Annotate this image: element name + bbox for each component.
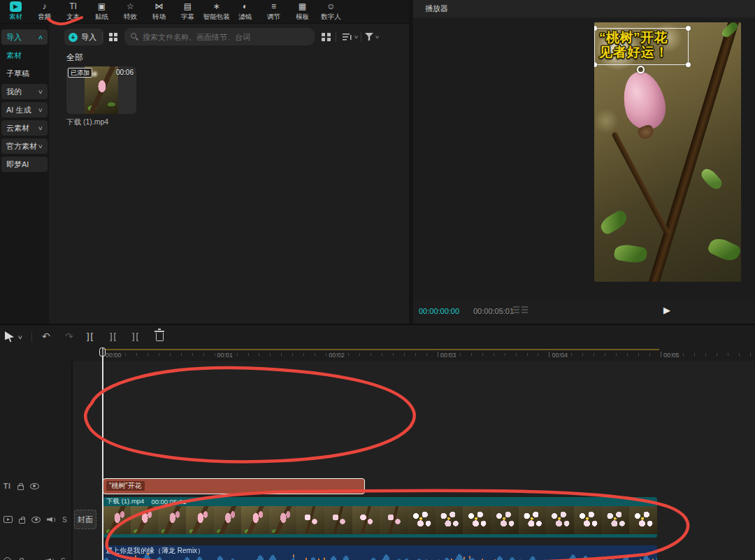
chevron-down-icon[interactable]: ∨: [375, 34, 380, 40]
digital-human-icon: ☺: [326, 1, 335, 12]
undo-button[interactable]: ↶: [42, 331, 50, 342]
timeline-ruler[interactable]: 00:0000:0100:0200:0300:0400:05: [0, 349, 755, 361]
cover-button[interactable]: 封面: [74, 510, 96, 529]
split-button[interactable]: ][: [87, 331, 94, 341]
filmstrip-frame: [436, 506, 463, 534]
rotate-handle[interactable]: [637, 66, 645, 73]
tab-audio[interactable]: ♪ 音频: [30, 1, 59, 23]
chevron-down-icon[interactable]: ∨: [17, 334, 24, 340]
ruler-tick: [605, 353, 605, 356]
ruler-tick: [404, 353, 405, 356]
plus-icon: +: [69, 33, 78, 42]
tab-templates[interactable]: ▦ 模板: [288, 1, 317, 23]
solo-toggle[interactable]: S: [62, 516, 67, 524]
ruler-tick: [471, 353, 472, 356]
video-preview[interactable]: “桃树”开花 见者好运！: [594, 22, 741, 282]
ruler-tick: [181, 353, 182, 356]
tab-transitions[interactable]: ⋈ 转场: [145, 1, 173, 23]
split-right-button[interactable]: ][: [132, 331, 140, 341]
chevron-down-icon: ∨: [38, 89, 43, 95]
sidebar-item-material[interactable]: 素材: [1, 48, 48, 63]
chevron-down-icon: ∨: [38, 125, 43, 131]
sidebar-item-import[interactable]: 导入 ∧: [1, 29, 48, 45]
speaker-icon[interactable]: [47, 516, 56, 524]
import-button[interactable]: + 导入: [64, 29, 103, 45]
playhead-line[interactable]: [102, 347, 103, 560]
tab-filters[interactable]: ◐ 滤镜: [231, 1, 259, 23]
search-input[interactable]: [124, 28, 315, 45]
qr-scan-icon[interactable]: [109, 33, 117, 41]
eye-icon[interactable]: [31, 517, 41, 523]
timeline-tracks: TI S S 封面 “桃树”开花: [0, 361, 755, 560]
filmstrip-frame: [131, 506, 159, 534]
sidebar-item-official[interactable]: 官方素材 ∨: [1, 138, 48, 154]
video-clip-footer: [103, 534, 657, 538]
media-icon: ▶: [10, 1, 22, 12]
divider: [336, 32, 336, 42]
overlay-text-line2[interactable]: 见者好运！: [599, 43, 669, 62]
resize-handle[interactable]: [686, 62, 691, 67]
tab-smart-pack[interactable]: ∗ 智能包装: [202, 1, 231, 23]
media-sidebar: 导入 ∧ 素材 子草稿 我的 ∨ AI 生成 ∨ 云素材 ∨ 官方素材 ∨ 即梦…: [0, 24, 49, 324]
filters-icon: ◐: [243, 1, 247, 12]
tab-adjust[interactable]: ≡ 调节: [259, 1, 288, 23]
adjust-icon: ≡: [271, 1, 276, 12]
ruler-tick: [281, 353, 282, 356]
chevron-down-icon[interactable]: ∨: [354, 34, 359, 40]
ruler-tick: [728, 353, 728, 356]
tab-effects[interactable]: ☆ 特效: [116, 1, 145, 23]
ruler-tick: [371, 353, 371, 356]
sidebar-item-ai-generate[interactable]: AI 生成 ∨: [1, 102, 48, 117]
ruler-tick: [494, 353, 494, 356]
tab-digital-human[interactable]: ☺ 数字人: [317, 1, 345, 23]
divider: [71, 361, 73, 560]
sidebar-item-jimeng-ai[interactable]: 即梦AI: [1, 157, 48, 172]
tab-captions[interactable]: ▤ 字幕: [173, 1, 202, 23]
filmstrip-frame: [629, 506, 657, 534]
sidebar-item-mine[interactable]: 我的 ∨: [1, 84, 48, 99]
lock-icon[interactable]: [17, 485, 24, 490]
divider: [361, 32, 361, 42]
sidebar-item-subdraft[interactable]: 子草稿: [1, 66, 48, 81]
filmstrip-frame: [296, 506, 324, 534]
split-left-button[interactable]: ][: [110, 331, 117, 341]
video-clip-duration: 00:00:05:01: [151, 498, 186, 505]
video-editor-app: ▶ 素材 ♪ 音频 TI 文本 ▣ 贴纸 ☆ 特效 ⋈ 转场 ▤ 字幕 ∗ 智能: [0, 0, 755, 560]
timeline-audio-clip[interactable]: 遇上你是我的缘（薄龙 Remix）: [103, 545, 657, 560]
playhead-handle[interactable]: [99, 347, 106, 357]
redo-button[interactable]: ↷: [65, 331, 73, 342]
play-button[interactable]: ▶: [663, 305, 670, 315]
ruler-tick: [661, 352, 661, 357]
lock-icon[interactable]: [19, 519, 25, 524]
resize-handle[interactable]: [594, 26, 597, 31]
filter-icon[interactable]: [365, 33, 373, 41]
sidebar-item-cloud[interactable]: 云素材 ∨: [1, 120, 48, 136]
eye-icon[interactable]: [30, 483, 39, 489]
ruler-tick: [148, 353, 148, 356]
ruler-tick: [393, 353, 394, 356]
aspect-ratio-icon[interactable]: [513, 306, 528, 315]
smart-pack-icon: ∗: [213, 1, 220, 12]
sort-icon[interactable]: [343, 33, 352, 41]
ruler-tick: [292, 353, 293, 356]
ruler-tick: [505, 353, 505, 356]
grid-view-icon[interactable]: [322, 33, 331, 41]
timeline-video-clip[interactable]: 下载 (1).mp4 00:00:05:01: [103, 497, 657, 538]
select-tool-icon[interactable]: [5, 331, 14, 342]
tab-media[interactable]: ▶ 素材: [1, 1, 30, 23]
ruler-tick: [125, 353, 126, 356]
video-track-header: S: [0, 513, 67, 526]
tab-text[interactable]: TI 文本: [59, 1, 87, 23]
ruler-tick: [326, 353, 326, 356]
speaker-icon[interactable]: [45, 557, 55, 560]
delete-button[interactable]: [156, 333, 164, 341]
resize-handle[interactable]: [686, 26, 691, 31]
timeline-text-clip[interactable]: “桃树”开花: [103, 478, 365, 494]
tab-sticker[interactable]: ▣ 贴纸: [87, 1, 116, 23]
filmstrip-frame: [241, 506, 269, 534]
audio-track-icon: [3, 557, 11, 560]
ruler-tick: [683, 353, 684, 356]
media-clip-card[interactable]: 已添加 00:06: [66, 66, 136, 114]
solo-toggle[interactable]: S: [61, 557, 66, 560]
media-panel: + 导入 ∨ ∨ 全部 已添加 00:06 下载 (1).mp4: [49, 24, 409, 324]
